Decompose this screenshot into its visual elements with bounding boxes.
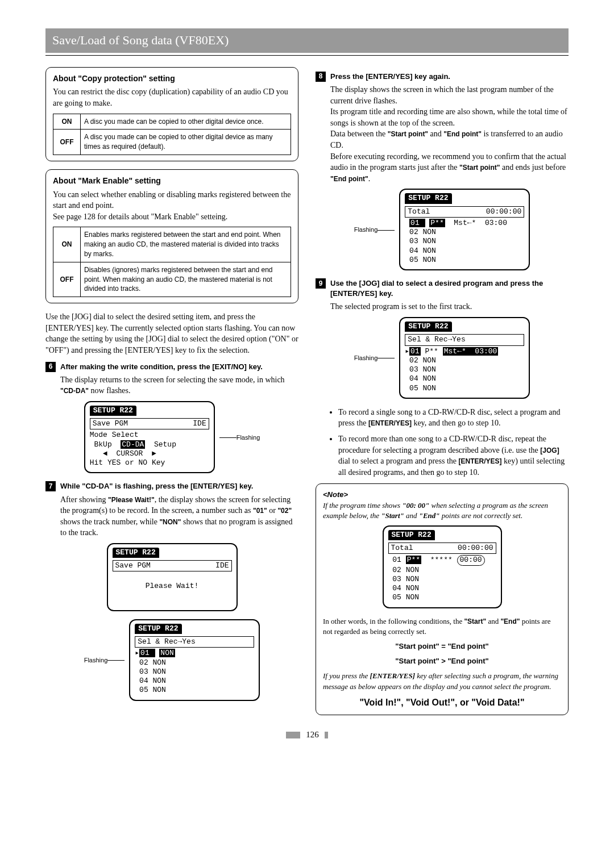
lcd-screen: SETUP R22 Save PGMIDE Mode Select BkUp C… bbox=[84, 401, 215, 474]
note-eq2: "Start point" > "End point" bbox=[323, 656, 561, 666]
copy-title: About "Copy protection" setting bbox=[53, 73, 291, 85]
body-jog: Use the [JOG] dial to select the desired… bbox=[45, 311, 298, 356]
on-label: ON bbox=[53, 227, 81, 262]
lcd-sel-rec-2: Flashing SETUP R22 Sel & Rec→Yes ▸01 P**… bbox=[316, 317, 569, 399]
note-p3: If you press the [ENTER/YES] key after s… bbox=[323, 671, 561, 691]
table-row: OFF Disables (ignores) marks registered … bbox=[53, 262, 291, 297]
lcd-screen: SETUP R22 Sel & Rec→Yes ▸01 P** Mst←* 03… bbox=[399, 317, 530, 399]
please-wait-text: Please Wait! bbox=[113, 573, 232, 600]
lcd-screen: SETUP R22 Sel & Rec→Yes ▸01 NON 02 NON 0… bbox=[129, 619, 260, 701]
step-num-icon: 8 bbox=[316, 72, 326, 82]
lcd-mode-select: SETUP R22 Save PGMIDE Mode Select BkUp C… bbox=[45, 401, 298, 474]
lcd-note: SETUP R22 Total00:00:00 01 P** ***** 00:… bbox=[323, 525, 561, 608]
step6-body: The display returns to the screen for se… bbox=[60, 374, 298, 397]
flashing-annotation: Flashing bbox=[219, 432, 260, 443]
step-9: 9 Use the [JOG] dial to select a desired… bbox=[316, 278, 569, 299]
section-header: Save/Load of Song data (VF80EX) bbox=[45, 28, 569, 53]
step-num-icon: 9 bbox=[316, 278, 326, 289]
copy-intro: You can restrict the disc copy (duplicat… bbox=[53, 86, 291, 108]
mark-intro1: You can select whether enabling or disab… bbox=[53, 189, 291, 211]
mark-table: ON Enables marks registered between the … bbox=[53, 227, 291, 297]
step-num-icon: 7 bbox=[45, 481, 56, 491]
footer-bar-icon bbox=[325, 732, 328, 738]
note-box: <Note> If the program time shows "00: 00… bbox=[316, 483, 569, 715]
lcd-screen: SETUP R22 Total00:00:00 01 P** Mst←* 03:… bbox=[399, 189, 530, 270]
step-6: 6 After making the write condition, pres… bbox=[45, 362, 298, 372]
step-8: 8 Press the [ENTER/YES] key again. bbox=[316, 72, 569, 82]
on-desc: A disc you made can be copied to other d… bbox=[81, 114, 291, 130]
note-heading: <Note> bbox=[323, 490, 561, 500]
right-column: 8 Press the [ENTER/YES] key again. The d… bbox=[316, 67, 569, 715]
lcd-screen: SETUP R22 Save PGMIDE Please Wait! bbox=[107, 543, 238, 611]
step6-title: After making the write condition, press … bbox=[60, 362, 263, 372]
mark-enable-box: About "Mark Enable" setting You can sele… bbox=[45, 169, 298, 303]
flashing-annotation: Flashing bbox=[354, 352, 395, 364]
note-p1: If the program time shows "00: 00" when … bbox=[323, 500, 561, 521]
footer-bar-icon bbox=[286, 732, 300, 738]
lcd-sel-rec: Flashing SETUP R22 Sel & Rec→Yes ▸01 NON… bbox=[45, 619, 298, 701]
lcd-please-wait: SETUP R22 Save PGMIDE Please Wait! bbox=[45, 543, 298, 611]
off-label: OFF bbox=[53, 262, 81, 297]
step7-title: While "CD-DA" is flashing, press the [EN… bbox=[60, 481, 253, 491]
header-rule bbox=[45, 55, 569, 56]
step8-body: The display shows the screen in which th… bbox=[330, 84, 569, 184]
table-row: ON A disc you made can be copied to othe… bbox=[53, 114, 291, 130]
page-footer: 126 bbox=[45, 729, 569, 741]
step7-body: After showing "Please Wait!", the displa… bbox=[60, 494, 298, 539]
on-label: ON bbox=[53, 114, 81, 130]
step9-title: Use the [JOG] dial to select a desired p… bbox=[330, 278, 569, 299]
copy-table: ON A disc you made can be copied to othe… bbox=[53, 114, 291, 155]
table-row: ON Enables marks registered between the … bbox=[53, 227, 291, 262]
step9-body: The selected program is set to the first… bbox=[330, 301, 569, 312]
lcd-total: Flashing SETUP R22 Total00:00:00 01 P** … bbox=[316, 189, 569, 270]
void-message: "Void In!", "Void Out!", or "Void Data!" bbox=[323, 696, 561, 709]
flashing-annotation: Flashing bbox=[84, 654, 125, 666]
flashing-annotation: Flashing bbox=[354, 224, 395, 235]
step8-title: Press the [ENTER/YES] key again. bbox=[330, 72, 450, 82]
lcd-screen: SETUP R22 Total00:00:00 01 P** ***** 00:… bbox=[383, 525, 502, 608]
page-number: 126 bbox=[306, 729, 319, 741]
off-desc: Disables (ignores) marks registered betw… bbox=[81, 262, 291, 297]
off-label: OFF bbox=[53, 130, 81, 155]
note-p2: In other words, in the following conditi… bbox=[323, 616, 561, 637]
step-7: 7 While "CD-DA" is flashing, press the [… bbox=[45, 481, 298, 491]
bullet-list: To record a single song to a CD-RW/CD-R … bbox=[338, 407, 569, 478]
mark-intro2: See page 128 for details about "Mark Ena… bbox=[53, 211, 291, 223]
note-eq1: "Start point" = "End point" bbox=[323, 641, 561, 652]
table-row: OFF A disc you made can be copied to oth… bbox=[53, 130, 291, 155]
two-column-layout: About "Copy protection" setting You can … bbox=[45, 67, 569, 715]
off-desc: A disc you made can be copied to other d… bbox=[81, 130, 291, 155]
list-item: To record more than one song to a CD-RW/… bbox=[338, 433, 569, 478]
copy-protection-box: About "Copy protection" setting You can … bbox=[45, 67, 298, 161]
on-desc: Enables marks registered between the sta… bbox=[81, 227, 291, 262]
left-column: About "Copy protection" setting You can … bbox=[45, 67, 298, 715]
mark-title: About "Mark Enable" setting bbox=[53, 176, 291, 187]
list-item: To record a single song to a CD-RW/CD-R … bbox=[338, 407, 569, 429]
step-num-icon: 6 bbox=[45, 362, 56, 372]
